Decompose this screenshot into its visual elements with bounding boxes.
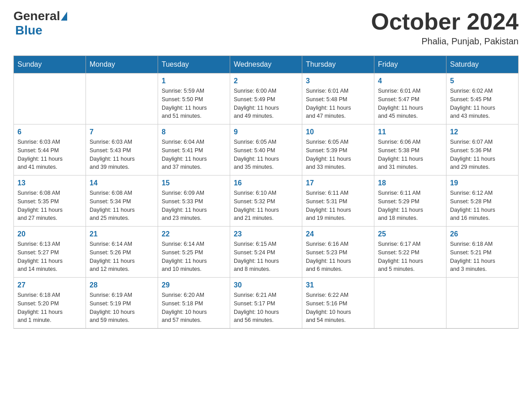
day-info: Sunrise: 6:11 AM Sunset: 5:29 PM Dayligh… bbox=[378, 189, 442, 223]
day-number: 1 bbox=[162, 77, 226, 85]
day-number: 5 bbox=[450, 77, 515, 85]
calendar-cell bbox=[14, 73, 86, 124]
day-info: Sunrise: 6:04 AM Sunset: 5:41 PM Dayligh… bbox=[162, 138, 226, 171]
day-info: Sunrise: 6:22 AM Sunset: 5:16 PM Dayligh… bbox=[306, 291, 370, 325]
calendar-week-row: 27Sunrise: 6:18 AM Sunset: 5:20 PM Dayli… bbox=[14, 278, 519, 329]
calendar-cell bbox=[374, 278, 446, 329]
weekday-header-monday: Monday bbox=[86, 56, 158, 73]
calendar-cell: 4Sunrise: 6:01 AM Sunset: 5:47 PM Daylig… bbox=[374, 73, 446, 124]
day-info: Sunrise: 6:12 AM Sunset: 5:28 PM Dayligh… bbox=[450, 189, 515, 223]
day-number: 30 bbox=[234, 281, 298, 289]
day-info: Sunrise: 6:18 AM Sunset: 5:20 PM Dayligh… bbox=[17, 291, 82, 325]
day-number: 23 bbox=[234, 230, 298, 238]
calendar-header-row: SundayMondayTuesdayWednesdayThursdayFrid… bbox=[14, 56, 519, 73]
calendar-cell: 15Sunrise: 6:09 AM Sunset: 5:33 PM Dayli… bbox=[158, 176, 230, 227]
day-number: 25 bbox=[378, 230, 442, 238]
calendar-cell: 23Sunrise: 6:15 AM Sunset: 5:24 PM Dayli… bbox=[230, 227, 302, 278]
calendar-cell: 28Sunrise: 6:19 AM Sunset: 5:19 PM Dayli… bbox=[86, 278, 158, 329]
day-number: 26 bbox=[450, 230, 515, 238]
day-info: Sunrise: 6:03 AM Sunset: 5:43 PM Dayligh… bbox=[90, 138, 154, 171]
calendar-cell: 25Sunrise: 6:17 AM Sunset: 5:22 PM Dayli… bbox=[374, 227, 446, 278]
day-number: 2 bbox=[234, 77, 298, 85]
calendar-cell: 24Sunrise: 6:16 AM Sunset: 5:23 PM Dayli… bbox=[302, 227, 374, 278]
weekday-header-saturday: Saturday bbox=[446, 56, 519, 73]
calendar-cell: 7Sunrise: 6:03 AM Sunset: 5:43 PM Daylig… bbox=[86, 124, 158, 176]
calendar-cell: 9Sunrise: 6:05 AM Sunset: 5:40 PM Daylig… bbox=[230, 124, 302, 176]
day-number: 9 bbox=[234, 128, 298, 136]
day-number: 11 bbox=[378, 128, 442, 136]
day-number: 7 bbox=[90, 128, 154, 136]
calendar-cell: 13Sunrise: 6:08 AM Sunset: 5:35 PM Dayli… bbox=[14, 176, 86, 227]
day-number: 3 bbox=[306, 77, 370, 85]
day-info: Sunrise: 6:18 AM Sunset: 5:21 PM Dayligh… bbox=[450, 240, 515, 274]
logo-triangle-icon bbox=[61, 12, 67, 21]
title-area: October 2024 Phalia, Punjab, Pakistan bbox=[371, 9, 519, 47]
weekday-header-thursday: Thursday bbox=[302, 56, 374, 73]
day-info: Sunrise: 6:05 AM Sunset: 5:40 PM Dayligh… bbox=[234, 138, 298, 171]
day-number: 6 bbox=[17, 128, 82, 136]
calendar-week-row: 1Sunrise: 5:59 AM Sunset: 5:50 PM Daylig… bbox=[14, 73, 519, 124]
calendar-cell: 2Sunrise: 6:00 AM Sunset: 5:49 PM Daylig… bbox=[230, 73, 302, 124]
page-header: General Blue October 2024 Phalia, Punjab… bbox=[13, 9, 519, 47]
day-info: Sunrise: 6:00 AM Sunset: 5:49 PM Dayligh… bbox=[234, 87, 298, 120]
day-info: Sunrise: 6:14 AM Sunset: 5:25 PM Dayligh… bbox=[162, 240, 226, 274]
day-info: Sunrise: 6:08 AM Sunset: 5:34 PM Dayligh… bbox=[90, 189, 154, 223]
day-info: Sunrise: 6:03 AM Sunset: 5:44 PM Dayligh… bbox=[17, 138, 82, 171]
day-number: 22 bbox=[162, 230, 226, 238]
day-info: Sunrise: 6:20 AM Sunset: 5:18 PM Dayligh… bbox=[162, 291, 226, 325]
calendar-cell: 30Sunrise: 6:21 AM Sunset: 5:17 PM Dayli… bbox=[230, 278, 302, 329]
calendar-cell: 6Sunrise: 6:03 AM Sunset: 5:44 PM Daylig… bbox=[14, 124, 86, 176]
logo-general: General bbox=[13, 9, 60, 23]
day-info: Sunrise: 6:05 AM Sunset: 5:39 PM Dayligh… bbox=[306, 138, 370, 171]
logo-blue: Blue bbox=[15, 23, 43, 37]
calendar-cell: 17Sunrise: 6:11 AM Sunset: 5:31 PM Dayli… bbox=[302, 176, 374, 227]
calendar-cell: 29Sunrise: 6:20 AM Sunset: 5:18 PM Dayli… bbox=[158, 278, 230, 329]
day-number: 14 bbox=[90, 179, 154, 187]
day-number: 12 bbox=[450, 128, 515, 136]
calendar-cell: 19Sunrise: 6:12 AM Sunset: 5:28 PM Dayli… bbox=[446, 176, 519, 227]
weekday-header-sunday: Sunday bbox=[14, 56, 86, 73]
calendar-week-row: 13Sunrise: 6:08 AM Sunset: 5:35 PM Dayli… bbox=[14, 176, 519, 227]
day-number: 28 bbox=[90, 281, 154, 289]
calendar-week-row: 6Sunrise: 6:03 AM Sunset: 5:44 PM Daylig… bbox=[14, 124, 519, 176]
day-info: Sunrise: 6:08 AM Sunset: 5:35 PM Dayligh… bbox=[17, 189, 82, 223]
day-number: 4 bbox=[378, 77, 442, 85]
calendar-table: SundayMondayTuesdayWednesdayThursdayFrid… bbox=[13, 56, 519, 329]
day-info: Sunrise: 6:01 AM Sunset: 5:48 PM Dayligh… bbox=[306, 87, 370, 120]
logo-text: General bbox=[13, 9, 68, 23]
day-info: Sunrise: 6:11 AM Sunset: 5:31 PM Dayligh… bbox=[306, 189, 370, 223]
weekday-header-friday: Friday bbox=[374, 56, 446, 73]
day-info: Sunrise: 6:21 AM Sunset: 5:17 PM Dayligh… bbox=[234, 291, 298, 325]
day-number: 13 bbox=[17, 179, 82, 187]
calendar-cell: 16Sunrise: 6:10 AM Sunset: 5:32 PM Dayli… bbox=[230, 176, 302, 227]
calendar-cell: 8Sunrise: 6:04 AM Sunset: 5:41 PM Daylig… bbox=[158, 124, 230, 176]
day-info: Sunrise: 6:14 AM Sunset: 5:26 PM Dayligh… bbox=[90, 240, 154, 274]
calendar-cell: 31Sunrise: 6:22 AM Sunset: 5:16 PM Dayli… bbox=[302, 278, 374, 329]
calendar-cell: 22Sunrise: 6:14 AM Sunset: 5:25 PM Dayli… bbox=[158, 227, 230, 278]
day-number: 31 bbox=[306, 281, 370, 289]
calendar-week-row: 20Sunrise: 6:13 AM Sunset: 5:27 PM Dayli… bbox=[14, 227, 519, 278]
calendar-cell: 12Sunrise: 6:07 AM Sunset: 5:36 PM Dayli… bbox=[446, 124, 519, 176]
day-number: 21 bbox=[90, 230, 154, 238]
day-info: Sunrise: 6:19 AM Sunset: 5:19 PM Dayligh… bbox=[90, 291, 154, 325]
calendar-cell: 26Sunrise: 6:18 AM Sunset: 5:21 PM Dayli… bbox=[446, 227, 519, 278]
day-number: 15 bbox=[162, 179, 226, 187]
calendar-cell: 14Sunrise: 6:08 AM Sunset: 5:34 PM Dayli… bbox=[86, 176, 158, 227]
day-info: Sunrise: 6:01 AM Sunset: 5:47 PM Dayligh… bbox=[378, 87, 442, 120]
calendar-cell: 18Sunrise: 6:11 AM Sunset: 5:29 PM Dayli… bbox=[374, 176, 446, 227]
calendar-cell: 3Sunrise: 6:01 AM Sunset: 5:48 PM Daylig… bbox=[302, 73, 374, 124]
day-info: Sunrise: 6:17 AM Sunset: 5:22 PM Dayligh… bbox=[378, 240, 442, 274]
day-number: 27 bbox=[17, 281, 82, 289]
day-number: 29 bbox=[162, 281, 226, 289]
calendar-cell: 21Sunrise: 6:14 AM Sunset: 5:26 PM Dayli… bbox=[86, 227, 158, 278]
location: Phalia, Punjab, Pakistan bbox=[371, 36, 519, 47]
day-number: 17 bbox=[306, 179, 370, 187]
day-info: Sunrise: 5:59 AM Sunset: 5:50 PM Dayligh… bbox=[162, 87, 226, 120]
calendar-cell bbox=[86, 73, 158, 124]
calendar-cell: 10Sunrise: 6:05 AM Sunset: 5:39 PM Dayli… bbox=[302, 124, 374, 176]
weekday-header-wednesday: Wednesday bbox=[230, 56, 302, 73]
day-info: Sunrise: 6:16 AM Sunset: 5:23 PM Dayligh… bbox=[306, 240, 370, 274]
day-number: 20 bbox=[17, 230, 82, 238]
day-info: Sunrise: 6:15 AM Sunset: 5:24 PM Dayligh… bbox=[234, 240, 298, 274]
calendar-cell: 20Sunrise: 6:13 AM Sunset: 5:27 PM Dayli… bbox=[14, 227, 86, 278]
